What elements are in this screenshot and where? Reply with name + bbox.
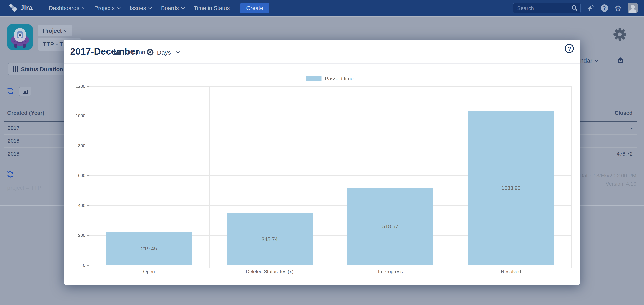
y-tick-label: 600 bbox=[67, 173, 86, 178]
category-separator-line bbox=[330, 86, 330, 268]
table-header-created: Created (Year) bbox=[7, 110, 44, 116]
y-axis-line bbox=[89, 86, 89, 265]
gadget-title: Status Duration bbox=[21, 66, 63, 72]
x-category-label: Deleted Status Test(x) bbox=[209, 269, 330, 274]
jira-logo-text: Jira bbox=[20, 4, 33, 12]
y-tick-mark bbox=[86, 205, 89, 206]
y-tick-mark bbox=[86, 146, 89, 146]
navbar-menu: DashboardsProjectsIssuesBoardsTime in St… bbox=[39, 5, 230, 11]
settings-gear-icon[interactable]: ⚙ bbox=[614, 4, 622, 12]
legend-swatch bbox=[306, 76, 322, 81]
category-separator-line bbox=[571, 86, 572, 268]
project-scope-label: Project bbox=[43, 27, 62, 34]
bar-in-progress[interactable]: 518.57 bbox=[347, 188, 433, 265]
create-button[interactable]: Create bbox=[240, 3, 269, 13]
feedback-megaphone-icon[interactable] bbox=[587, 5, 594, 12]
project-avatar-art bbox=[7, 24, 33, 50]
y-tick-label: 200 bbox=[67, 233, 86, 238]
grid-icon bbox=[12, 66, 14, 68]
y-tick-label: 1200 bbox=[67, 84, 86, 88]
cell-closed-value: - bbox=[631, 138, 637, 144]
calendar-dropdown-cutoff[interactable]: ndar bbox=[580, 57, 598, 64]
x-category-label: In Progress bbox=[330, 269, 451, 274]
chevron-down-icon bbox=[148, 6, 152, 9]
help-icon[interactable]: ? bbox=[601, 5, 608, 12]
cell-created-year: 2017 bbox=[4, 125, 20, 131]
chevron-down-icon bbox=[82, 6, 85, 9]
category-separator-line bbox=[450, 86, 451, 268]
version-text: Version: 4.10 bbox=[575, 180, 636, 188]
legend-label: Passed time bbox=[325, 76, 354, 82]
bar-value-label: 219.45 bbox=[106, 246, 192, 252]
jira-logo[interactable]: Jira bbox=[9, 4, 33, 13]
chart-view-button[interactable] bbox=[19, 87, 32, 96]
jira-logo-icon bbox=[9, 4, 18, 13]
x-category-label: Open bbox=[89, 269, 209, 274]
nav-item-dashboards[interactable]: Dashboards bbox=[49, 5, 84, 11]
bar-value-label: 345.74 bbox=[227, 236, 313, 242]
chart-legend[interactable]: Passed time bbox=[306, 76, 354, 82]
nav-item-issues[interactable]: Issues bbox=[130, 5, 151, 11]
jql-query-text: project = TTP bbox=[7, 184, 41, 191]
navbar-bottom-strip bbox=[0, 16, 644, 17]
bar-value-label: 518.57 bbox=[347, 223, 433, 229]
nav-item-label: Projects bbox=[94, 5, 115, 11]
search-input[interactable] bbox=[513, 3, 580, 13]
category-separator-line bbox=[209, 86, 210, 268]
cell-closed-value: - bbox=[631, 125, 637, 131]
y-tick-label: 0 bbox=[67, 263, 86, 268]
navbar-right: ? ⚙ bbox=[513, 0, 638, 16]
jira-page: Jira DashboardsProjectsIssuesBoardsTime … bbox=[0, 0, 644, 305]
calendar-dropdown-label: ndar bbox=[580, 57, 592, 64]
nav-item-time-in-status[interactable]: Time in Status bbox=[194, 5, 230, 11]
x-category-label: Resolved bbox=[450, 269, 571, 274]
cell-closed-value: 478.72 bbox=[616, 151, 637, 157]
nav-item-label: Time in Status bbox=[194, 5, 230, 11]
cell-created-year: 2018 bbox=[4, 138, 20, 144]
y-tick-mark bbox=[86, 86, 89, 86]
user-avatar[interactable] bbox=[628, 3, 638, 13]
top-navbar: Jira DashboardsProjectsIssuesBoardsTime … bbox=[0, 0, 644, 16]
plot-area: 219.45345.74518.571033.90 bbox=[89, 86, 571, 265]
nav-item-projects[interactable]: Projects bbox=[94, 5, 120, 11]
refresh-icon[interactable] bbox=[6, 87, 14, 96]
status-duration-chart: Passed time219.45345.74518.571033.900200… bbox=[64, 40, 580, 284]
y-tick-mark bbox=[86, 116, 89, 116]
y-tick-label: 800 bbox=[67, 143, 86, 148]
chevron-down-icon bbox=[64, 28, 68, 32]
search-wrap bbox=[513, 3, 580, 13]
refresh-icon[interactable] bbox=[6, 171, 14, 180]
report-meta: rt Date: 13/Eki/20 2:00 PM Version: 4.10 bbox=[575, 172, 636, 188]
status-duration-gadget-tab[interactable]: Status Duration bbox=[8, 63, 67, 75]
nav-item-label: Boards bbox=[161, 5, 179, 11]
bar-deleted-status-test-x-[interactable]: 345.74 bbox=[227, 213, 313, 265]
project-scope-dropdown[interactable]: Project bbox=[38, 25, 72, 36]
chevron-down-icon bbox=[117, 6, 120, 9]
export-share-icon[interactable] bbox=[617, 57, 624, 66]
project-avatar[interactable] bbox=[7, 24, 33, 50]
chart-modal: 2017-December Column Days ? Passed time2… bbox=[64, 40, 580, 284]
nav-item-label: Issues bbox=[130, 5, 146, 11]
nav-item-label: Dashboards bbox=[49, 5, 79, 11]
y-tick-mark bbox=[86, 176, 89, 176]
bar-resolved[interactable]: 1033.90 bbox=[468, 111, 554, 265]
chevron-down-icon bbox=[595, 58, 598, 62]
bar-value-label: 1033.90 bbox=[468, 185, 554, 191]
cell-created-year: 2018 bbox=[4, 151, 20, 157]
search-icon[interactable] bbox=[571, 5, 578, 11]
y-tick-mark bbox=[86, 265, 89, 265]
y-tick-mark bbox=[86, 235, 89, 236]
bar-open[interactable]: 219.45 bbox=[106, 232, 192, 265]
y-tick-label: 400 bbox=[67, 203, 86, 208]
y-tick-label: 1000 bbox=[67, 113, 86, 118]
dashboard-gear-icon[interactable] bbox=[613, 28, 627, 43]
report-date-text: rt Date: 13/Eki/20 2:00 PM bbox=[575, 172, 636, 180]
nav-item-boards[interactable]: Boards bbox=[161, 5, 184, 11]
chevron-down-icon bbox=[181, 6, 184, 9]
